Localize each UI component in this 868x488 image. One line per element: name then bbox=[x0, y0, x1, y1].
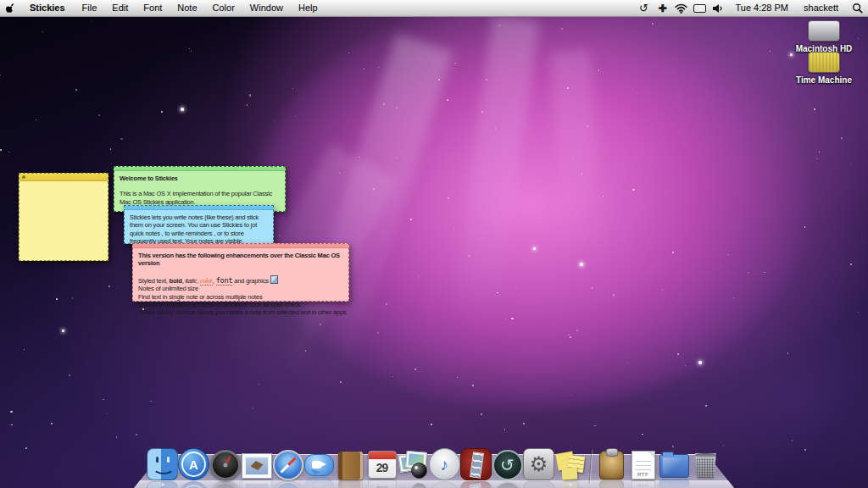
dock-address-book-icon[interactable] bbox=[335, 446, 366, 480]
styled-text-segment: font bbox=[216, 276, 233, 286]
dock-front-edge bbox=[134, 480, 734, 488]
dock-divider bbox=[586, 446, 596, 480]
apple-logo-icon bbox=[6, 3, 16, 14]
cam bbox=[312, 461, 321, 469]
sticky-note-yellow[interactable] bbox=[19, 173, 108, 261]
styled-text-segment: and graphics bbox=[232, 277, 270, 285]
run-dot bbox=[161, 483, 164, 486]
dock-time-machine-icon[interactable]: ↺ bbox=[492, 446, 523, 480]
menu-color[interactable]: Color bbox=[205, 3, 242, 13]
dock-ical-icon[interactable]: 29 bbox=[366, 446, 398, 480]
dash-dot bbox=[223, 463, 227, 468]
apple-menu[interactable] bbox=[0, 0, 22, 16]
ichat bbox=[304, 454, 334, 476]
dock-system-preferences-icon[interactable]: ⚙ bbox=[523, 446, 554, 480]
sn3 bbox=[561, 468, 577, 480]
dock-ichat-icon[interactable] bbox=[303, 446, 335, 480]
note-line: Access to standard services for function… bbox=[138, 301, 343, 308]
note-paragraph: This is a Mac OS X implementation of the… bbox=[120, 190, 280, 206]
app-menus: StickiesFileEditFontNoteColorWindowHelp bbox=[22, 0, 326, 16]
styled-text-segment: bold bbox=[170, 277, 182, 285]
note-heading: Welcome to Stickies bbox=[120, 175, 280, 182]
pink-styled-line: Styled text, bold, italic, color, font a… bbox=[138, 275, 343, 285]
tr-mesh bbox=[697, 458, 715, 478]
menu-bar-status: ↺ ✚ Tue 4:28 PM shackett bbox=[634, 0, 868, 16]
stickies bbox=[555, 450, 586, 480]
note-heading: This version has the following enhanceme… bbox=[138, 252, 343, 268]
doc-fold bbox=[648, 452, 654, 458]
address-book bbox=[338, 452, 363, 480]
note-title-bar[interactable] bbox=[19, 174, 108, 181]
styled-text-segment: Styled text, bbox=[138, 277, 170, 285]
menu-bar-clock[interactable]: Tue 4:28 PM bbox=[727, 0, 796, 16]
ical-head bbox=[369, 452, 396, 459]
app-store: A bbox=[178, 448, 209, 480]
desktop-icon-label: Time Machine bbox=[788, 75, 860, 85]
note-line: Notes of unlimited size bbox=[138, 285, 343, 292]
note-line: "Make Sticky" service allows you create … bbox=[138, 308, 343, 316]
menu-font[interactable]: Font bbox=[136, 3, 170, 13]
dock-mail-icon[interactable] bbox=[241, 446, 272, 480]
rtf-label: RTF bbox=[632, 472, 654, 477]
notebook-stack bbox=[599, 451, 624, 480]
time-machine-drive-icon bbox=[808, 52, 840, 73]
dock-dashboard-icon[interactable] bbox=[209, 446, 241, 480]
dock-stickies-icon[interactable] bbox=[554, 446, 586, 480]
wifi-menu-icon[interactable] bbox=[671, 0, 690, 16]
menu-note[interactable]: Note bbox=[170, 3, 204, 13]
spotlight-search-icon[interactable] bbox=[846, 0, 868, 16]
rtf-document: RTF bbox=[632, 451, 655, 480]
system-preferences: ⚙ bbox=[523, 448, 554, 480]
note-close-icon[interactable] bbox=[22, 175, 25, 179]
saf-needle bbox=[280, 457, 296, 473]
mail bbox=[242, 453, 272, 479]
styled-text-segment: italic bbox=[185, 277, 197, 285]
trash bbox=[694, 453, 717, 480]
dock-folder-stack-icon[interactable] bbox=[659, 446, 690, 480]
universal-access-menu-icon[interactable]: ✚ bbox=[653, 0, 671, 16]
menu-help[interactable]: Help bbox=[291, 3, 326, 13]
note-line: Find text in single note or across multi… bbox=[138, 293, 343, 301]
safari bbox=[273, 450, 303, 480]
ical: 29 bbox=[368, 451, 397, 479]
menu-window[interactable]: Window bbox=[242, 3, 291, 13]
dock-finder-icon[interactable] bbox=[147, 446, 178, 480]
volume-menu-icon[interactable] bbox=[709, 0, 727, 16]
sp-gear: ⚙ bbox=[530, 454, 548, 474]
menu-edit[interactable]: Edit bbox=[104, 3, 136, 13]
folder-stack bbox=[659, 454, 689, 478]
time-machine-menu-icon[interactable]: ↺ bbox=[634, 0, 653, 16]
it-note: ♪ bbox=[441, 457, 449, 473]
lens bbox=[411, 463, 427, 479]
styled-text-segment: color bbox=[200, 277, 213, 286]
bf-shine bbox=[663, 458, 686, 474]
bf-tab bbox=[662, 452, 674, 456]
dock-trash-icon[interactable] bbox=[690, 446, 721, 480]
dock-itunes-icon[interactable]: ♪ bbox=[429, 446, 460, 480]
itunes: ♪ bbox=[429, 448, 460, 480]
dock-app-store-icon[interactable]: A bbox=[178, 446, 209, 480]
sticky-note-blue[interactable]: Stickies lets you write notes (like thes… bbox=[124, 205, 274, 244]
ical-day: 29 bbox=[369, 459, 396, 476]
photo-booth bbox=[460, 448, 492, 480]
note-text-area[interactable]: Welcome to Stickies This is a Mac OS X i… bbox=[114, 171, 285, 209]
dashboard bbox=[210, 450, 241, 480]
displays-menu-icon[interactable] bbox=[690, 0, 709, 16]
finder bbox=[147, 448, 178, 480]
desktop-icon-macintosh-hd[interactable]: Macintosh HD bbox=[788, 20, 860, 53]
note-text-area[interactable]: This version has the following enhanceme… bbox=[133, 248, 348, 320]
fast-user-switch-menu[interactable]: shackett bbox=[796, 0, 846, 16]
note-text-area[interactable] bbox=[19, 181, 108, 188]
dock-iphoto-icon[interactable] bbox=[398, 446, 429, 480]
dock-photo-booth-icon[interactable] bbox=[460, 446, 492, 480]
menu-bar: StickiesFileEditFontNoteColorWindowHelp … bbox=[0, 0, 868, 17]
desktop-icon-time-machine[interactable]: Time Machine bbox=[788, 52, 860, 85]
dock-rtf-document-icon[interactable]: RTF bbox=[627, 446, 659, 480]
dock-notebook-stack-icon[interactable] bbox=[596, 446, 627, 480]
menu-stickies[interactable]: Stickies bbox=[22, 3, 75, 13]
sticky-note-pink[interactable]: This version has the following enhanceme… bbox=[132, 243, 349, 302]
pink-lines: Notes of unlimited sizeFind text in sing… bbox=[138, 285, 343, 317]
menu-file[interactable]: File bbox=[75, 3, 105, 13]
run-dot bbox=[569, 483, 572, 486]
dock-safari-icon[interactable] bbox=[272, 446, 303, 480]
